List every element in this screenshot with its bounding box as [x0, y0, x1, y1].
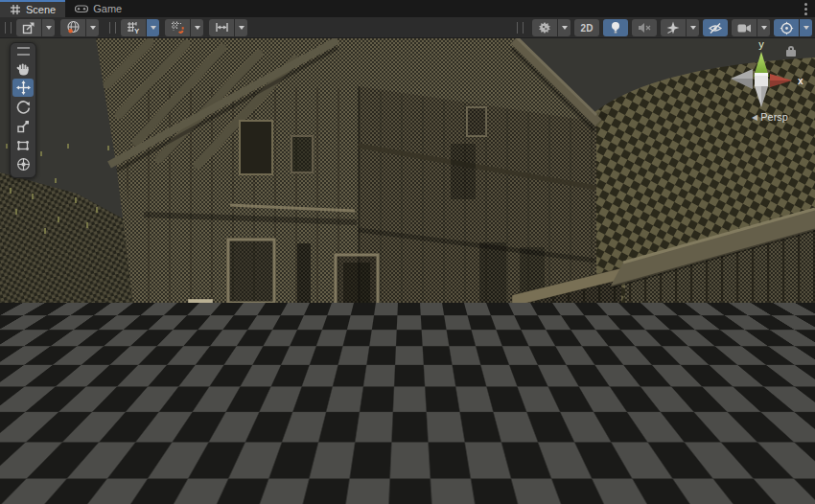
- scene-visibility-toggle[interactable]: [703, 19, 728, 36]
- tab-scene[interactable]: Scene: [0, 0, 65, 17]
- grid-visibility-button[interactable]: Y: [121, 19, 146, 36]
- grid-snapping-button[interactable]: [165, 19, 190, 36]
- camera-icon: [737, 23, 752, 34]
- scene-toolbar: Y: [0, 17, 815, 38]
- panel-menu-button[interactable]: [802, 3, 809, 15]
- rect-icon: [16, 139, 30, 152]
- snap-increment-button[interactable]: [209, 19, 234, 36]
- grid-snapping-group: [165, 19, 203, 36]
- pivot-center-icon: [22, 21, 35, 34]
- rotate-icon: [16, 100, 31, 114]
- grid-axis-icon: Y: [127, 20, 141, 34]
- tab-game[interactable]: Game: [65, 0, 131, 17]
- effects-group: [661, 19, 699, 36]
- audio-toggle[interactable]: [632, 19, 657, 36]
- tab-scene-label: Scene: [26, 4, 56, 15]
- globe-global-icon: [66, 20, 81, 34]
- snap-increment-dropdown[interactable]: [235, 19, 247, 36]
- grid-axis-label: Y: [134, 27, 140, 35]
- draw-mode-dropdown[interactable]: [558, 19, 570, 36]
- gizmos-dropdown[interactable]: [800, 19, 812, 36]
- speaker-muted-icon: [638, 22, 651, 34]
- grid-snapping-dropdown[interactable]: [191, 19, 203, 36]
- gizmos-button[interactable]: [774, 19, 799, 36]
- move-icon: [16, 80, 31, 95]
- scene-render[interactable]: [0, 38, 815, 504]
- orientation-group: [60, 19, 99, 36]
- tab-game-label: Game: [93, 3, 122, 14]
- eye-slash-icon: [708, 22, 723, 34]
- camera-dropdown[interactable]: [757, 19, 770, 36]
- view-options-overlay: 2D: [512, 19, 812, 36]
- grid-icon: [10, 4, 21, 15]
- transform-icon: [16, 157, 31, 172]
- hand-icon: [16, 62, 30, 76]
- transform-tool[interactable]: [12, 155, 34, 173]
- view-hand-tool[interactable]: [12, 59, 34, 78]
- scene-viewport[interactable]: y x ◀ Persp: [0, 38, 815, 504]
- camera-settings-button[interactable]: [732, 19, 757, 36]
- palette-drag-handle[interactable]: [17, 47, 30, 56]
- gamepad-icon: [75, 4, 88, 13]
- move-tool[interactable]: [12, 79, 34, 97]
- rect-tool[interactable]: [12, 136, 34, 154]
- shaded-sphere-icon: [538, 21, 551, 34]
- overlay-drag-handle[interactable]: [109, 22, 116, 34]
- fx-star-icon: [666, 21, 680, 34]
- lightbulb-icon: [610, 21, 621, 34]
- curved-wall: [33, 332, 489, 447]
- gizmos-group: [774, 19, 812, 36]
- gizmo-compass-icon: [780, 21, 794, 35]
- draw-mode-button[interactable]: [532, 19, 557, 36]
- grid-visibility-group: Y: [121, 19, 159, 36]
- effects-dropdown[interactable]: [687, 19, 699, 36]
- overlay-drag-handle[interactable]: [517, 22, 524, 34]
- effects-button[interactable]: [661, 19, 686, 36]
- snap-increment-icon: [215, 21, 229, 34]
- overlay-drag-handle[interactable]: [5, 22, 12, 34]
- 2d-toggle-label: 2D: [581, 23, 594, 34]
- orientation-dropdown[interactable]: [86, 19, 99, 36]
- camera-group: [732, 19, 770, 36]
- 2d-toggle[interactable]: 2D: [574, 19, 599, 36]
- pivot-center-button[interactable]: [16, 19, 41, 36]
- tool-settings-overlay: [16, 19, 55, 36]
- draw-mode-group: [532, 19, 570, 36]
- scene-lighting-toggle[interactable]: [603, 19, 628, 36]
- tab-bar: Scene Game: [0, 0, 815, 17]
- orientation-global-button[interactable]: [60, 19, 85, 36]
- unity-scene-view-window: Scene Game: [0, 0, 815, 504]
- pivot-dropdown[interactable]: [42, 19, 55, 36]
- snap-increment-group: [209, 19, 247, 36]
- crate: [188, 299, 213, 320]
- tool-palette-overlay: [10, 42, 36, 178]
- scale-icon: [16, 120, 30, 133]
- grid-snap-magnet-icon: [171, 20, 185, 34]
- grid-visibility-dropdown[interactable]: [147, 19, 159, 36]
- rotate-tool[interactable]: [12, 98, 34, 116]
- scale-tool[interactable]: [12, 117, 34, 135]
